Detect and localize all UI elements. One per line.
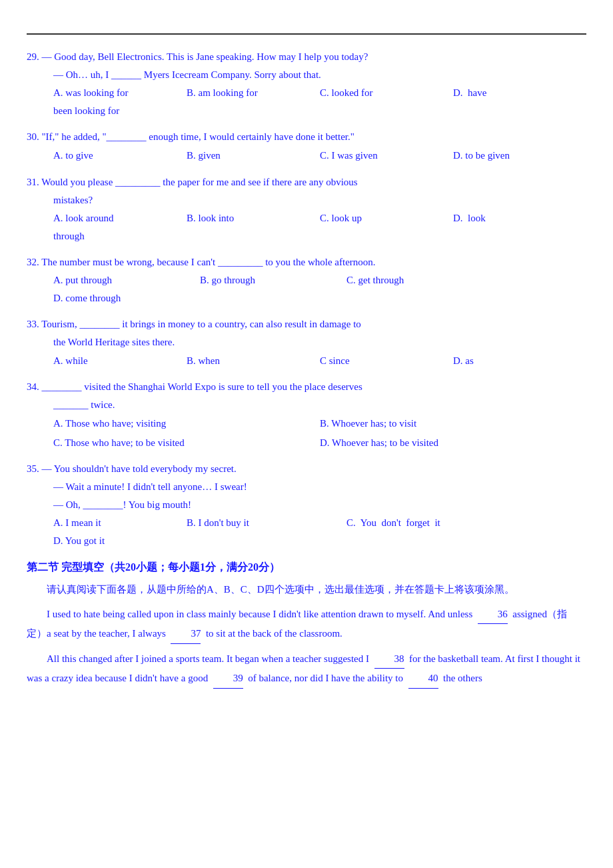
q30-number: 30.: [27, 131, 39, 142]
q31-line1: Would you please _________ the paper for…: [41, 177, 357, 187]
section-instruction: 请认真阅读下面各题，从题中所给的A、B、C、D四个选项中，选出最佳选项，并在答题…: [27, 580, 586, 599]
q29-line1: — Good day, Bell Electronics. This is Ja…: [42, 51, 368, 62]
q34-optD: D. Whoever has; to be visited: [320, 433, 586, 453]
q31-optC: C. look up: [320, 209, 453, 227]
q33-optC: C since: [320, 351, 453, 371]
blank-40: 40: [408, 669, 438, 689]
question-35: 35. — You shouldn't have told everybody …: [27, 460, 586, 550]
q29-optC: C. looked for: [320, 84, 453, 102]
q34-line1: ________ visited the Shanghai World Expo…: [42, 381, 362, 392]
q35-line1: — You shouldn't have told everybody my s…: [42, 463, 237, 474]
blank-39: 39: [213, 669, 243, 689]
q34-number: 34.: [27, 381, 39, 392]
q33-line2: the World Heritage sites there.: [53, 337, 175, 347]
q31-number: 31.: [27, 177, 39, 187]
q35-optA: A. I mean it: [53, 514, 187, 532]
q29-line2: — Oh… uh, I ______ Myers Icecream Compan…: [53, 69, 321, 80]
q35-optC: C. You don't forget it: [346, 514, 493, 532]
section-2-title: 第二节 完型填空（共20小题；每小题1分，满分20分）: [27, 561, 586, 575]
question-32: 32. The number must be wrong, because I …: [27, 253, 586, 307]
question-33: 33. Tourism, ________ it brings in money…: [27, 315, 586, 371]
blank-36: 36: [478, 605, 508, 625]
q32-line1: The number must be wrong, because I can'…: [41, 257, 375, 267]
passage-para-2: All this changed after I joined a sports…: [27, 649, 586, 689]
q33-line1: Tourism, ________ it brings in money to …: [41, 319, 361, 329]
q32-optB: B. go through: [200, 271, 346, 289]
q35-number: 35.: [27, 463, 39, 474]
top-divider: [27, 33, 586, 35]
question-31: 31. Would you please _________ the paper…: [27, 173, 586, 245]
q35-optD: D. You got it: [53, 535, 105, 546]
q31-line2: mistakes?: [53, 195, 93, 205]
q29-number: 29.: [27, 51, 39, 62]
q35-line2: — Wait a minute! I didn't tell anyone… I…: [53, 481, 247, 492]
q34-optC: C. Those who have; to be visited: [53, 433, 320, 453]
q30-optA: A. to give: [53, 146, 187, 165]
q29-optB: B. am looking for: [187, 84, 320, 102]
question-34: 34. ________ visited the Shanghai World …: [27, 378, 586, 452]
q34-optA: A. Those who have; visiting: [53, 414, 320, 433]
q33-number: 33.: [27, 319, 39, 329]
q32-optC: C. get through: [346, 271, 493, 289]
passage-para-1: I used to hate being called upon in clas…: [27, 605, 586, 644]
q33-optD: D. as: [453, 351, 586, 371]
q35-optB: B. I don't buy it: [187, 514, 346, 532]
q31-optD: D. look: [453, 209, 586, 227]
q32-optD: D. come through: [53, 293, 121, 303]
q32-number: 32.: [27, 257, 39, 267]
q33-optA: A. while: [53, 351, 187, 371]
q34-line2: _______ twice.: [53, 399, 115, 410]
blank-37: 37: [171, 624, 201, 644]
q30-optB: B. given: [187, 146, 320, 165]
q29-optD-cont: been looking for: [53, 105, 119, 116]
blank-38: 38: [374, 649, 404, 669]
q33-optB: B. when: [187, 351, 320, 371]
q31-optD-cont: through: [53, 231, 85, 241]
q31-optB: B. look into: [187, 209, 320, 227]
q30-optD: D. to be given: [453, 146, 586, 165]
q31-optA: A. look around: [53, 209, 187, 227]
q29-optD: D. have: [453, 84, 586, 102]
q29-optA: A. was looking for: [53, 84, 187, 102]
question-29: 29. — Good day, Bell Electronics. This i…: [27, 48, 586, 120]
q30-optC: C. I was given: [320, 146, 453, 165]
q35-line3: — Oh, ________! You big mouth!: [53, 499, 191, 510]
question-30: 30. "If," he added, "________ enough tim…: [27, 128, 586, 165]
q32-optA: A. put through: [53, 271, 200, 289]
q34-optB: B. Whoever has; to visit: [320, 414, 586, 433]
q30-line1: "If," he added, "________ enough time, I…: [42, 131, 354, 142]
